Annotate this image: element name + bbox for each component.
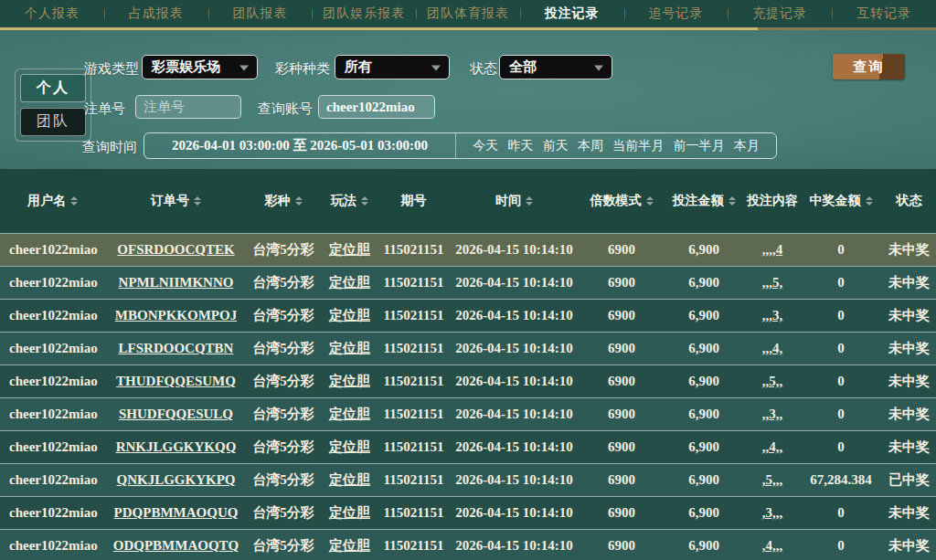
scope-team-button[interactable]: 团队 [20, 108, 86, 136]
table-header-cell[interactable]: 订单号 [105, 193, 247, 209]
nav-tab[interactable]: 追号记录 [624, 0, 729, 27]
cell-win-amount: 0 [800, 407, 882, 422]
lottery-category-select[interactable]: 所有 [335, 55, 450, 79]
cell-bet-amount: 6,900 [663, 341, 745, 356]
status-select[interactable]: 全部 [499, 55, 612, 79]
cell-order-link[interactable]: RNKJLGGKYKQQ [105, 439, 247, 455]
cell-username: cheer1022miao [0, 308, 105, 323]
cell-time: 2026-04-15 10:14:10 [448, 538, 580, 554]
nav-tab-label: 个人报表 [25, 5, 80, 22]
table-header-cell[interactable]: 状态 [882, 193, 936, 209]
sort-icon [526, 196, 533, 206]
cell-bet-content[interactable]: ,,4,, [745, 439, 800, 455]
nav-tab[interactable]: 团队体育报表 [416, 0, 520, 27]
game-type-select[interactable]: 彩票娱乐场 [142, 55, 258, 79]
cell-order-link[interactable]: MBONPKKOMPOJ [105, 308, 247, 323]
cell-play-link[interactable]: 定位胆 [320, 471, 379, 489]
cell-order-link[interactable]: SHUDFQQESULQ [105, 407, 247, 422]
nav-tab[interactable]: 投注记录 [520, 0, 624, 27]
scope-personal-button[interactable]: 个人 [20, 74, 86, 102]
quick-range-link[interactable]: 今天 [473, 138, 498, 154]
cell-order-link[interactable]: LFSRDOOCQTBN [105, 341, 247, 356]
table-row: cheer1022miao PDQPBMMAOQUQ 台湾5分彩 定位胆 115… [0, 497, 936, 530]
cell-bet-content[interactable]: ,,,,4 [745, 242, 800, 258]
sort-icon [646, 196, 654, 206]
cell-order-link[interactable]: THUDFQQESUMQ [105, 374, 247, 389]
sort-icon [866, 196, 873, 206]
cell-order-link[interactable]: PDQPBMMAOQUQ [105, 505, 247, 521]
cell-play-link[interactable]: 定位胆 [320, 504, 379, 522]
nav-tab[interactable]: 个人报表 [0, 0, 104, 27]
cell-bet-content[interactable]: ,,,5, [745, 275, 800, 291]
cell-order-link[interactable]: NPMLNIIMKNNO [105, 275, 247, 291]
quick-range-link[interactable]: 前一半月 [674, 138, 725, 154]
order-no-input[interactable] [135, 95, 241, 119]
cell-status: 未中奖 [882, 340, 936, 357]
date-range-input[interactable]: 2026-04-01 03:00:00 至 2026-05-01 03:00:0… [144, 137, 455, 154]
cell-bet-amount: 6,900 [663, 505, 745, 521]
cell-status: 未中奖 [882, 504, 936, 522]
cell-bet-content[interactable]: ,5,,, [745, 472, 800, 488]
cell-bet-content[interactable]: ,,3,, [745, 407, 800, 422]
top-nav: 个人报表 占成报表 团队报表 团队娱乐报表 团队体育报表 投注记录 追号记录 充… [0, 0, 936, 27]
table-header-cell[interactable]: 投注内容 [745, 193, 800, 209]
cell-status: 未中奖 [882, 438, 936, 456]
table-header-cell[interactable]: 用户名 [0, 193, 105, 209]
quick-range-link[interactable]: 前天 [543, 138, 569, 154]
search-button[interactable]: 查询 [833, 54, 905, 79]
cell-bet-amount: 6,900 [663, 308, 745, 323]
sort-icon [729, 196, 736, 206]
cell-play-link[interactable]: 定位胆 [320, 274, 379, 291]
cell-play-link[interactable]: 定位胆 [320, 438, 379, 456]
nav-tab[interactable]: 占成报表 [104, 0, 208, 27]
cell-order-link[interactable]: ODQPBMMAOQTQ [105, 538, 247, 554]
cell-status: 已中奖 [882, 471, 936, 489]
table-header-cell[interactable]: 彩种 [247, 193, 320, 209]
cell-lottery: 台湾5分彩 [247, 340, 320, 357]
cell-bet-content[interactable]: ,3,,, [745, 505, 800, 521]
cell-username: cheer1022miao [0, 472, 105, 488]
nav-tab[interactable]: 互转记录 [832, 0, 936, 27]
cell-play-link[interactable]: 定位胆 [320, 340, 379, 357]
table-header-cell[interactable]: 投注金额 [663, 193, 745, 209]
quick-range-link[interactable]: 当前半月 [612, 138, 664, 154]
sort-icon [295, 196, 303, 206]
cell-order-link[interactable]: OFSRDOOCQTEK [105, 242, 247, 258]
cell-username: cheer1022miao [0, 275, 105, 291]
quick-range-link[interactable]: 本月 [734, 138, 760, 154]
table-header-cell[interactable]: 中奖金额 [800, 193, 882, 209]
cell-issue: 115021151 [379, 472, 448, 488]
cell-bet-amount: 6,900 [663, 538, 745, 554]
cell-play-link[interactable]: 定位胆 [320, 406, 379, 423]
nav-tab[interactable]: 团队报表 [208, 0, 313, 27]
table-row: cheer1022miao THUDFQQESUMQ 台湾5分彩 定位胆 115… [0, 365, 936, 398]
cell-time: 2026-04-15 10:14:10 [448, 374, 580, 389]
account-input[interactable] [318, 95, 435, 119]
quick-range-link[interactable]: 本周 [578, 138, 603, 154]
cell-order-link[interactable]: QNKJLGGKYKPQ [105, 472, 247, 488]
cell-play-link[interactable]: 定位胆 [320, 241, 379, 259]
cell-play-link[interactable]: 定位胆 [320, 537, 379, 555]
cell-bet-content[interactable]: ,,,3, [745, 308, 800, 323]
chevron-down-icon [594, 65, 603, 70]
table-row: cheer1022miao MBONPKKOMPOJ 台湾5分彩 定位胆 115… [0, 300, 936, 333]
order-no-label: 注单号 [84, 100, 125, 118]
cell-bet-content[interactable]: ,4,,, [745, 538, 800, 554]
quick-range-link[interactable]: 昨天 [508, 138, 534, 154]
cell-issue: 115021151 [379, 505, 448, 521]
lottery-category-value: 所有 [345, 58, 372, 76]
nav-tab[interactable]: 团队娱乐报表 [312, 0, 416, 27]
cell-time: 2026-04-15 10:14:10 [448, 275, 580, 291]
table-header-label: 投注金额 [673, 193, 724, 209]
cell-lottery: 台湾5分彩 [247, 438, 320, 456]
table-header-cell[interactable]: 期号 [379, 193, 448, 209]
cell-bet-content[interactable]: ,,,4, [745, 341, 800, 356]
cell-play-link[interactable]: 定位胆 [320, 373, 379, 390]
table-header-cell[interactable]: 玩法 [320, 193, 379, 209]
table-header-cell[interactable]: 时间 [448, 193, 580, 209]
table-header-cell[interactable]: 倍数模式 [580, 193, 663, 209]
cell-win-amount: 0 [800, 308, 882, 323]
nav-tab[interactable]: 充提记录 [728, 0, 832, 27]
cell-play-link[interactable]: 定位胆 [320, 307, 379, 324]
cell-bet-content[interactable]: ,,5,, [745, 374, 800, 389]
